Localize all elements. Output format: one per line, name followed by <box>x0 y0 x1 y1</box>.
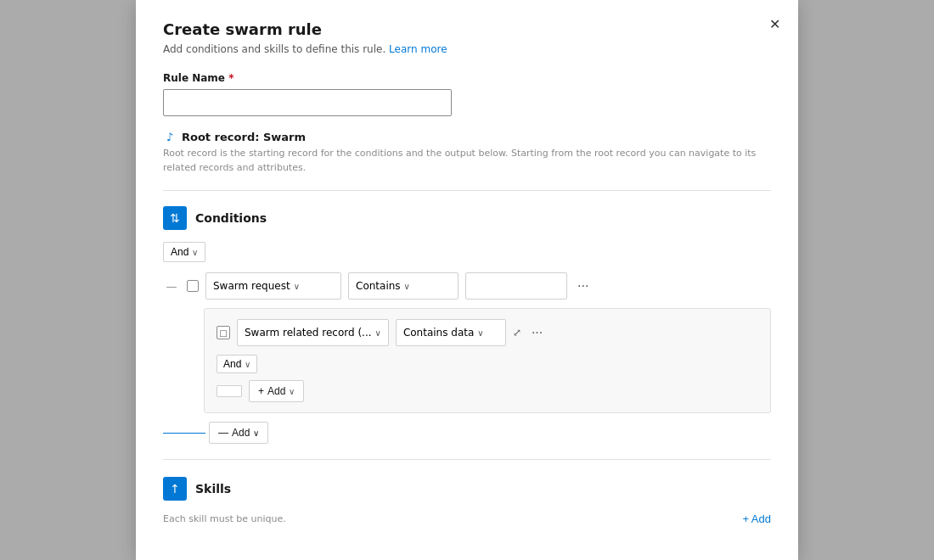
nested-and-chevron-icon: ∨ <box>245 360 250 369</box>
modal-title: Create swarm rule <box>163 20 771 38</box>
add-condition-dash-icon: — <box>218 427 228 439</box>
nested-add-placeholder <box>217 385 242 397</box>
add-condition-button[interactable]: — Add ∨ <box>209 422 268 444</box>
nested-field-dropdown[interactable]: Swarm related record (... ∨ <box>237 319 389 346</box>
operator-chevron-icon: ∨ <box>404 282 410 291</box>
skills-title: Skills <box>195 482 231 496</box>
expand-icon[interactable]: □ <box>217 326 230 339</box>
skills-section-header: ↑ Skills <box>163 477 771 501</box>
rule-name-label: Rule Name * <box>163 72 771 84</box>
resize-icon[interactable]: ⤢ <box>513 327 521 339</box>
and-chevron-icon: ∨ <box>192 248 198 257</box>
add-condition-line <box>163 433 205 434</box>
modal-dialog: ✕ Create swarm rule Add conditions and s… <box>136 0 798 560</box>
required-indicator: * <box>228 72 234 84</box>
nested-add-chevron-icon: ∨ <box>289 387 295 396</box>
nested-operator-chevron-icon: ∨ <box>477 328 483 338</box>
rule-name-field: Rule Name * <box>163 72 771 116</box>
add-condition-row: — Add ∨ <box>163 422 771 444</box>
condition-row-1: — Swarm request ∨ Contains ∨ ··· <box>163 272 771 300</box>
close-icon: ✕ <box>769 16 780 32</box>
skills-section: ↑ Skills Each skill must be unique. + Ad… <box>163 477 771 525</box>
conditions-title: Conditions <box>195 211 267 225</box>
add-skill-button[interactable]: + Add <box>742 512 771 525</box>
condition-checkbox-1[interactable] <box>187 280 199 292</box>
condition-operator-dropdown[interactable]: Contains ∨ <box>348 272 459 300</box>
root-record-icon: ♪ <box>163 130 177 143</box>
nested-add-button[interactable]: + Add ∨ <box>249 380 304 402</box>
skills-footer: Each skill must be unique. + Add <box>163 512 771 525</box>
modal-overlay: ✕ Create swarm rule Add conditions and s… <box>0 0 934 560</box>
nested-condition-row: □ Swarm related record (... ∨ Contains d… <box>217 319 758 346</box>
condition-more-button[interactable]: ··· <box>574 275 592 297</box>
add-condition-chevron-icon: ∨ <box>253 428 259 438</box>
nested-field-chevron-icon: ∨ <box>375 328 381 338</box>
rule-name-input[interactable] <box>163 89 452 116</box>
modal-subtitle: Add conditions and skills to define this… <box>163 43 771 55</box>
nested-condition-block: □ Swarm related record (... ∨ Contains d… <box>204 308 771 413</box>
root-record-label: Root record: Swarm <box>182 131 306 143</box>
condition-value-input[interactable] <box>465 272 567 300</box>
condition-dash: — <box>163 280 180 293</box>
nested-add-row: + Add ∨ <box>217 380 758 402</box>
field-chevron-icon: ∨ <box>294 282 300 291</box>
skills-icon: ↑ <box>163 477 187 501</box>
skills-description: Each skill must be unique. <box>163 513 286 524</box>
nested-and-row: And ∨ <box>217 355 758 373</box>
nested-more-icon: ··· <box>532 325 543 339</box>
learn-more-link[interactable]: Learn more <box>389 43 447 55</box>
divider-1 <box>163 190 771 191</box>
and-dropdown-button[interactable]: And ∨ <box>163 242 205 262</box>
conditions-icon: ⇅ <box>163 206 187 230</box>
more-icon: ··· <box>577 278 588 293</box>
nested-add-plus-icon: + <box>258 385 264 397</box>
divider-2 <box>163 459 771 460</box>
nested-operator-dropdown[interactable]: Contains data ∨ <box>396 319 506 346</box>
filter-icon: ⇅ <box>170 211 180 225</box>
root-record-section: ♪ Root record: Swarm Root record is the … <box>163 130 771 175</box>
nested-and-button[interactable]: And ∨ <box>217 355 257 373</box>
close-button[interactable]: ✕ <box>762 12 786 36</box>
condition-field-dropdown[interactable]: Swarm request ∨ <box>205 272 341 300</box>
root-record-description: Root record is the starting record for t… <box>163 147 771 175</box>
conditions-section-header: ⇅ Conditions <box>163 206 771 230</box>
nested-more-button[interactable]: ··· <box>528 322 546 344</box>
upload-icon: ↑ <box>170 482 180 496</box>
